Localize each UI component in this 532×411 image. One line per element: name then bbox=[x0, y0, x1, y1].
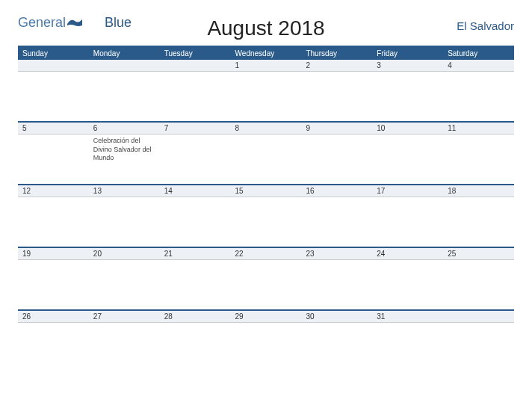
day-number: 30 bbox=[301, 311, 372, 322]
weekday-label: Saturday bbox=[443, 47, 514, 60]
weekday-label: Tuesday bbox=[160, 47, 231, 60]
day-number: 6 bbox=[89, 123, 160, 134]
day-number bbox=[160, 60, 231, 71]
day-number: 7 bbox=[160, 123, 231, 134]
week-row bbox=[18, 197, 514, 248]
day-number bbox=[18, 60, 89, 71]
day-cell: Celebración del Divino Salvador del Mund… bbox=[89, 135, 160, 184]
day-cell bbox=[160, 260, 231, 309]
day-cell bbox=[372, 260, 443, 309]
day-cell bbox=[89, 72, 160, 121]
day-cell bbox=[89, 323, 160, 374]
day-number: 2 bbox=[301, 60, 372, 71]
weekday-label: Sunday bbox=[18, 47, 89, 60]
day-number-row: 1 2 3 4 bbox=[18, 60, 514, 72]
day-cell bbox=[301, 197, 372, 247]
day-number: 25 bbox=[443, 248, 514, 259]
day-cell bbox=[372, 323, 443, 374]
day-cell bbox=[160, 197, 231, 247]
day-number: 27 bbox=[89, 311, 160, 322]
day-number: 8 bbox=[231, 123, 302, 134]
day-cell bbox=[160, 72, 231, 121]
logo-text-1: General bbox=[18, 15, 66, 31]
day-number: 15 bbox=[231, 185, 302, 197]
week-row bbox=[18, 260, 514, 311]
week-row: Celebración del Divino Salvador del Mund… bbox=[18, 135, 514, 185]
day-cell bbox=[231, 197, 302, 247]
day-number-row: 26 27 28 29 30 31 bbox=[18, 311, 514, 323]
day-cell bbox=[372, 135, 443, 184]
day-number-row: 5 6 7 8 9 10 11 bbox=[18, 123, 514, 135]
day-cell bbox=[443, 260, 514, 309]
day-number: 16 bbox=[301, 185, 372, 197]
day-cell bbox=[18, 197, 89, 247]
weekday-label: Friday bbox=[372, 47, 443, 60]
weekday-header-row: Sunday Monday Tuesday Wednesday Thursday… bbox=[18, 46, 514, 60]
day-cell bbox=[231, 323, 302, 374]
day-cell bbox=[301, 72, 372, 121]
day-number: 18 bbox=[443, 185, 514, 197]
day-cell bbox=[372, 197, 443, 247]
day-cell bbox=[89, 197, 160, 247]
day-number: 20 bbox=[89, 248, 160, 259]
weekday-label: Wednesday bbox=[231, 47, 302, 60]
day-cell bbox=[443, 72, 514, 121]
day-cell bbox=[18, 72, 89, 121]
day-number: 13 bbox=[89, 185, 160, 197]
day-number: 5 bbox=[18, 123, 89, 134]
day-number: 29 bbox=[231, 311, 302, 322]
day-cell bbox=[443, 323, 514, 374]
day-number: 9 bbox=[301, 123, 372, 134]
day-cell bbox=[231, 72, 302, 121]
logo-wave-icon bbox=[67, 15, 84, 31]
day-number: 23 bbox=[301, 248, 372, 259]
day-number: 10 bbox=[372, 123, 443, 134]
day-number: 17 bbox=[372, 185, 443, 197]
day-cell bbox=[443, 197, 514, 247]
day-event: Celebración del Divino Salvador del Mund… bbox=[93, 137, 155, 163]
day-cell bbox=[160, 323, 231, 374]
day-number: 26 bbox=[18, 311, 89, 322]
country-label: El Salvador bbox=[457, 19, 514, 32]
day-number-row: 19 20 21 22 23 24 25 bbox=[18, 248, 514, 260]
day-number: 14 bbox=[160, 185, 231, 197]
day-cell bbox=[18, 323, 89, 374]
day-cell bbox=[372, 72, 443, 121]
day-number: 3 bbox=[372, 60, 443, 71]
day-number: 24 bbox=[372, 248, 443, 259]
day-cell bbox=[231, 135, 302, 184]
day-number: 22 bbox=[231, 248, 302, 259]
calendar-header: General Blue August 2018 El Salvador bbox=[18, 15, 514, 32]
logo-text-2: Blue bbox=[105, 15, 132, 31]
calendar-grid: Sunday Monday Tuesday Wednesday Thursday… bbox=[18, 46, 514, 374]
day-number: 21 bbox=[160, 248, 231, 259]
day-number: 19 bbox=[18, 248, 89, 259]
day-number bbox=[89, 60, 160, 71]
day-number: 31 bbox=[372, 311, 443, 322]
day-cell bbox=[18, 135, 89, 184]
day-cell bbox=[443, 135, 514, 184]
day-cell bbox=[89, 260, 160, 309]
day-cell bbox=[301, 323, 372, 374]
day-number: 1 bbox=[231, 60, 302, 71]
day-number-row: 12 13 14 15 16 17 18 bbox=[18, 185, 514, 197]
day-cell bbox=[160, 135, 231, 184]
logo: General Blue bbox=[18, 15, 132, 31]
day-cell bbox=[301, 260, 372, 309]
day-number: 28 bbox=[160, 311, 231, 322]
day-number: 11 bbox=[443, 123, 514, 134]
day-cell bbox=[301, 135, 372, 184]
day-cell bbox=[18, 260, 89, 309]
weekday-label: Monday bbox=[89, 47, 160, 60]
day-number: 12 bbox=[18, 185, 89, 197]
week-row bbox=[18, 323, 514, 374]
calendar-title: August 2018 bbox=[207, 16, 324, 40]
day-cell bbox=[231, 260, 302, 309]
week-row bbox=[18, 72, 514, 123]
day-number: 4 bbox=[443, 60, 514, 71]
weekday-label: Thursday bbox=[301, 47, 372, 60]
day-number bbox=[443, 311, 514, 322]
